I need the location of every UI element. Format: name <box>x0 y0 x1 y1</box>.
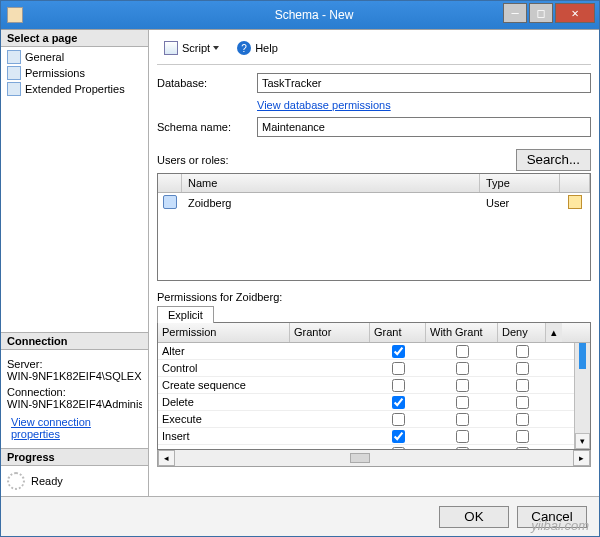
progress-status: Ready <box>31 475 63 487</box>
schema-name-field <box>257 117 591 137</box>
page-icon <box>7 66 21 80</box>
script-button-label: Script <box>182 42 210 54</box>
left-panel: Select a page GeneralPermissionsExtended… <box>1 30 149 496</box>
browse-icon[interactable] <box>568 195 582 209</box>
withgrant-checkbox[interactable] <box>456 413 469 426</box>
sidebar-item-permissions[interactable]: Permissions <box>5 65 148 81</box>
chevron-down-icon <box>213 46 219 50</box>
server-value: WIN-9NF1K82EIF4\SQLEXPRESS <box>7 370 142 382</box>
view-connection-link[interactable]: View connection properties <box>7 416 142 440</box>
withgrant-checkbox[interactable] <box>456 345 469 358</box>
help-button[interactable]: ? Help <box>230 38 285 58</box>
window: Schema - New ‒ □ ✕ Select a page General… <box>0 0 600 537</box>
progress-spinner-icon <box>7 472 25 490</box>
connection-header: Connection <box>1 332 148 350</box>
scroll-down-arrow[interactable]: ▾ <box>575 433 590 449</box>
perm-col-permission[interactable]: Permission <box>158 323 290 342</box>
perm-col-grantor[interactable]: Grantor <box>290 323 370 342</box>
script-button[interactable]: Script <box>157 38 226 58</box>
sidebar-item-general[interactable]: General <box>5 49 148 65</box>
permission-name-cell: Control <box>158 362 290 374</box>
grant-checkbox[interactable] <box>392 396 405 409</box>
help-icon: ? <box>237 41 251 55</box>
users-label: Users or roles: <box>157 154 229 166</box>
sidebar-item-label: General <box>25 51 64 63</box>
cancel-button[interactable]: Cancel <box>517 506 587 528</box>
withgrant-checkbox[interactable] <box>456 379 469 392</box>
permission-name-cell: Alter <box>158 345 290 357</box>
permission-row: Alter <box>158 343 590 360</box>
script-icon <box>164 41 178 55</box>
users-col-type[interactable]: Type <box>480 174 560 192</box>
permission-row: Create sequence <box>158 377 590 394</box>
deny-checkbox[interactable] <box>516 362 529 375</box>
view-db-permissions-link[interactable]: View database permissions <box>257 99 391 111</box>
perm-col-withgrant[interactable]: With Grant <box>426 323 498 342</box>
grant-checkbox[interactable] <box>392 362 405 375</box>
dialog-footer: OK Cancel yiibai.com <box>1 496 599 536</box>
sidebar-item-label: Extended Properties <box>25 83 125 95</box>
app-icon <box>7 7 23 23</box>
perm-col-deny[interactable]: Deny <box>498 323 546 342</box>
permission-name-cell: Insert <box>158 430 290 442</box>
users-col-icon[interactable] <box>158 174 182 192</box>
connection-body: Server: WIN-9NF1K82EIF4\SQLEXPRESS Conne… <box>1 350 148 448</box>
withgrant-checkbox[interactable] <box>456 447 469 450</box>
withgrant-checkbox[interactable] <box>456 396 469 409</box>
ok-button[interactable]: OK <box>439 506 509 528</box>
permission-name-cell: References <box>158 447 290 449</box>
permissions-label: Permissions for Zoidberg: <box>157 291 591 303</box>
vertical-scrollbar[interactable]: ▾ <box>574 343 590 449</box>
scrollbar-thumb[interactable] <box>579 343 586 369</box>
view-connection-link-label: View connection properties <box>11 416 142 440</box>
withgrant-checkbox[interactable] <box>456 362 469 375</box>
table-row[interactable]: ZoidbergUser <box>158 193 590 213</box>
deny-checkbox[interactable] <box>516 345 529 358</box>
grant-checkbox[interactable] <box>392 430 405 443</box>
server-label: Server: <box>7 358 142 370</box>
user-name-cell: Zoidberg <box>182 197 480 209</box>
sidebar-item-label: Permissions <box>25 67 85 79</box>
maximize-button[interactable]: □ <box>529 3 553 23</box>
user-icon <box>163 195 177 209</box>
grant-checkbox[interactable] <box>392 345 405 358</box>
users-grid: Name Type ZoidbergUser <box>157 173 591 281</box>
select-page-header: Select a page <box>1 30 148 47</box>
scroll-right-arrow[interactable]: ▸ <box>573 450 590 466</box>
close-button[interactable]: ✕ <box>555 3 595 23</box>
database-label: Database: <box>157 77 257 89</box>
users-col-name[interactable]: Name <box>182 174 480 192</box>
grant-checkbox[interactable] <box>392 413 405 426</box>
toolbar: Script ? Help <box>157 36 591 65</box>
permission-row: Execute <box>158 411 590 428</box>
deny-checkbox[interactable] <box>516 413 529 426</box>
user-type-cell: User <box>480 197 560 209</box>
sidebar-item-extended-properties[interactable]: Extended Properties <box>5 81 148 97</box>
horizontal-scrollbar[interactable]: ◂ ▸ <box>157 450 591 467</box>
permission-row: References <box>158 445 590 449</box>
minimize-button[interactable]: ‒ <box>503 3 527 23</box>
help-button-label: Help <box>255 42 278 54</box>
deny-checkbox[interactable] <box>516 447 529 450</box>
connection-label: Connection: <box>7 386 142 398</box>
tab-explicit[interactable]: Explicit <box>157 306 214 323</box>
scroll-left-arrow[interactable]: ◂ <box>158 450 175 466</box>
scroll-up-arrow[interactable]: ▴ <box>546 323 562 342</box>
grant-checkbox[interactable] <box>392 379 405 392</box>
schema-label: Schema name: <box>157 121 257 133</box>
right-panel: Script ? Help Database: View database pe… <box>149 30 599 496</box>
hscroll-thumb[interactable] <box>350 453 370 463</box>
deny-checkbox[interactable] <box>516 430 529 443</box>
progress-header: Progress <box>1 448 148 466</box>
deny-checkbox[interactable] <box>516 379 529 392</box>
connection-value: WIN-9NF1K82EIF4\Administrator <box>7 398 142 410</box>
permission-row: Insert <box>158 428 590 445</box>
deny-checkbox[interactable] <box>516 396 529 409</box>
grant-checkbox[interactable] <box>392 447 405 450</box>
search-button[interactable]: Search... <box>516 149 591 171</box>
withgrant-checkbox[interactable] <box>456 430 469 443</box>
permission-name-cell: Create sequence <box>158 379 290 391</box>
permission-row: Delete <box>158 394 590 411</box>
perm-col-grant[interactable]: Grant <box>370 323 426 342</box>
permission-row: Control <box>158 360 590 377</box>
